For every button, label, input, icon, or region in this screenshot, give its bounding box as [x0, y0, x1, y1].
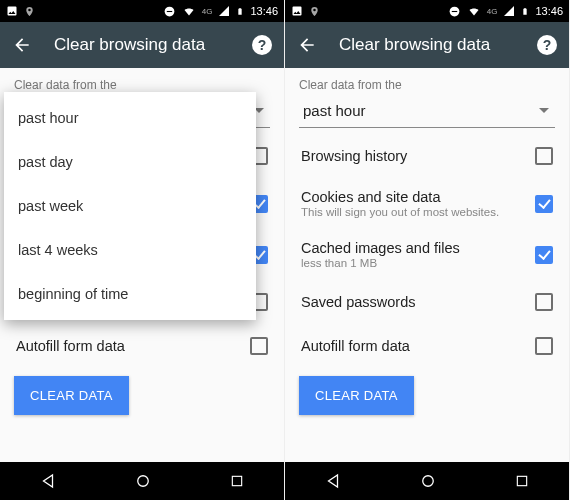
screen-dropdown-open: 4G 13:46 Clear browsing data ? Clear dat… [0, 0, 285, 500]
item-cache[interactable]: Cached images and filesless than 1 MB [299, 229, 555, 280]
page-title: Clear browsing data [339, 35, 515, 55]
checkbox[interactable] [535, 293, 553, 311]
nav-bar [285, 462, 569, 500]
menu-item[interactable]: past hour [4, 96, 256, 140]
wifi-icon [182, 5, 196, 17]
item-cookies[interactable]: Cookies and site dataThis will sign you … [299, 178, 555, 229]
section-label: Clear data from the [14, 78, 270, 92]
back-icon[interactable] [12, 35, 32, 55]
page-title: Clear browsing data [54, 35, 230, 55]
menu-item[interactable]: past week [4, 184, 256, 228]
checkbox[interactable] [535, 246, 553, 264]
location-icon [309, 6, 320, 17]
battery-icon [521, 5, 529, 18]
svg-rect-1 [167, 10, 172, 11]
signal-text: 4G [202, 7, 213, 16]
clear-data-button[interactable]: CLEAR DATA [14, 376, 129, 415]
back-icon[interactable] [297, 35, 317, 55]
status-bar: 4G 13:46 [285, 0, 569, 22]
svg-point-2 [138, 476, 149, 487]
nav-recent-icon[interactable] [229, 473, 245, 489]
nav-back-icon[interactable] [39, 472, 57, 490]
image-icon [6, 5, 18, 17]
app-bar: Clear browsing data ? [285, 22, 569, 68]
item-autofill[interactable]: Autofill form data [14, 324, 270, 368]
svg-rect-3 [233, 476, 242, 485]
status-bar: 4G 13:46 [0, 0, 284, 22]
nav-back-icon[interactable] [324, 472, 342, 490]
nav-home-icon[interactable] [134, 472, 152, 490]
svg-rect-5 [452, 10, 457, 11]
svg-point-6 [423, 476, 434, 487]
item-autofill[interactable]: Autofill form data [299, 324, 555, 368]
item-passwords[interactable]: Saved passwords [299, 280, 555, 324]
menu-item[interactable]: beginning of time [4, 272, 256, 316]
cell-icon [218, 5, 230, 17]
help-icon[interactable]: ? [252, 35, 272, 55]
checkbox[interactable] [535, 195, 553, 213]
wifi-icon [467, 5, 481, 17]
checkbox[interactable] [250, 337, 268, 355]
item-browsing-history[interactable]: Browsing history [299, 134, 555, 178]
app-bar: Clear browsing data ? [0, 22, 284, 68]
clear-data-button[interactable]: CLEAR DATA [299, 376, 414, 415]
clock-text: 13:46 [535, 5, 563, 17]
svg-rect-7 [518, 476, 527, 485]
nav-home-icon[interactable] [419, 472, 437, 490]
menu-item[interactable]: past day [4, 140, 256, 184]
time-range-dropdown[interactable]: past hour [299, 96, 555, 128]
dnd-icon [448, 5, 461, 18]
chevron-down-icon [539, 108, 549, 113]
battery-icon [236, 5, 244, 18]
signal-text: 4G [487, 7, 498, 16]
cell-icon [503, 5, 515, 17]
section-label: Clear data from the [299, 78, 555, 92]
dnd-icon [163, 5, 176, 18]
nav-recent-icon[interactable] [514, 473, 530, 489]
screen-dropdown-closed: 4G 13:46 Clear browsing data ? Clear dat… [285, 0, 570, 500]
checkbox[interactable] [535, 147, 553, 165]
time-range-menu: past hour past day past week last 4 week… [4, 92, 256, 320]
menu-item[interactable]: last 4 weeks [4, 228, 256, 272]
clock-text: 13:46 [250, 5, 278, 17]
image-icon [291, 5, 303, 17]
nav-bar [0, 462, 284, 500]
help-icon[interactable]: ? [537, 35, 557, 55]
location-icon [24, 6, 35, 17]
checkbox[interactable] [535, 337, 553, 355]
